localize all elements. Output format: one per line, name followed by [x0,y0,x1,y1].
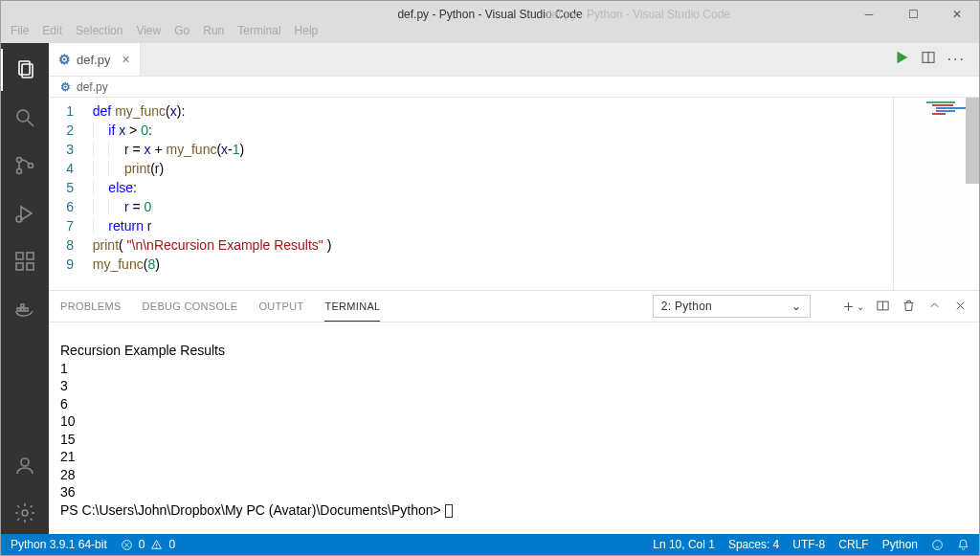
svg-rect-12 [27,263,33,270]
maximize-button[interactable]: ☐ [891,1,935,28]
breadcrumb[interactable]: ⚙ def.py [49,77,979,98]
code-line[interactable]: 9 my_func(8) [49,255,893,274]
terminal-output[interactable]: Recursion Example Results1361015212836PS… [49,322,979,534]
terminal-selector[interactable]: 2: Python ⌄ [653,295,811,318]
chevron-down-icon[interactable]: ⌄ [857,301,864,312]
status-feedback-icon[interactable] [931,539,944,551]
code-editor[interactable]: 1 def my_func(x):2 if x > 0:3 r = x + my… [49,98,893,290]
terminal-line: 28 [60,466,979,484]
window-title: def.py - Python - Visual Studio Code [1,8,979,21]
svg-point-6 [29,164,33,168]
status-cursor[interactable]: Ln 10, Col 1 [653,538,715,551]
svg-point-17 [21,458,29,466]
line-number: 6 [49,197,85,216]
close-panel-icon[interactable] [953,299,968,315]
minimap-slider[interactable] [966,98,979,184]
run-debug-icon[interactable] [1,192,49,234]
line-number: 2 [49,121,85,140]
python-icon: ⚙ [60,80,71,94]
menu-view[interactable]: View [136,24,161,37]
panel-tabs: PROBLEMS DEBUG CONSOLE OUTPUT TERMINAL 2… [49,291,979,322]
python-icon: ⚙ [58,52,71,67]
maximize-panel-icon[interactable] [927,299,942,315]
status-indent[interactable]: Spaces: 4 [728,538,779,551]
close-window-button[interactable]: ✕ [935,1,979,28]
source-control-icon[interactable] [1,145,49,187]
tab-def-py[interactable]: ⚙ def.py × [49,43,141,76]
menu-go[interactable]: Go [174,24,189,37]
run-file-icon[interactable] [894,50,909,69]
menu-terminal[interactable]: Terminal [237,24,280,37]
terminal-line: 36 [60,483,979,501]
svg-line-3 [28,121,33,126]
svg-rect-16 [21,304,24,307]
svg-rect-13 [17,308,20,311]
code-line[interactable]: 5 else: [49,178,893,197]
editor-actions: ··· [894,43,979,76]
terminal-line: 1 [60,360,979,378]
tab-label: def.py [77,53,110,67]
line-number: 3 [49,140,85,159]
terminal-prompt[interactable]: PS C:\Users\John\Dropbox\My PC (Avatar)\… [60,501,979,520]
menu-help[interactable]: Help [295,24,319,37]
menu-edit[interactable]: Edit [42,24,62,37]
terminal-selector-label: 2: Python [661,300,712,313]
chevron-down-icon: ⌄ [791,300,801,313]
svg-point-4 [17,158,22,163]
terminal-line: 6 [60,395,979,413]
code-line[interactable]: 6 r = 0 [49,197,893,216]
kill-terminal-icon[interactable] [902,299,916,315]
svg-rect-10 [27,253,33,259]
split-terminal-icon[interactable] [876,299,890,315]
status-problems[interactable]: 0 0 [121,538,175,551]
status-interpreter[interactable]: Python 3.9.1 64-bit [11,538,107,551]
svg-point-33 [933,540,943,549]
line-number: 8 [49,235,85,255]
terminal-line: 21 [60,448,979,466]
code-line[interactable]: 1 def my_func(x): [49,101,893,121]
code-line[interactable]: 8 print( "\n\nRecursion Example Results"… [49,235,893,255]
window-controls: ─ ☐ ✕ [847,1,979,28]
extensions-icon[interactable] [1,240,49,282]
panel-tab-debug-console[interactable]: DEBUG CONSOLE [143,291,238,322]
svg-point-2 [17,110,29,122]
panel-tab-terminal[interactable]: TERMINAL [324,291,380,322]
code-line[interactable]: 4 print(r) [49,159,893,178]
editor-group: ⚙ def.py × ··· ⚙ def.py [49,43,979,534]
line-number: 9 [49,255,85,274]
panel-tab-problems[interactable]: PROBLEMS [60,291,122,322]
status-language[interactable]: Python [882,538,918,551]
panel-tab-output[interactable]: OUTPUT [258,291,303,322]
accounts-icon[interactable] [1,444,49,486]
svg-rect-11 [16,263,23,270]
minimap-code-preview [926,101,965,121]
main-area: ⚙ def.py × ··· ⚙ def.py [1,43,979,534]
more-actions-icon[interactable]: ··· [947,51,966,68]
code-line[interactable]: 7 return r [49,216,893,235]
status-notifications-icon[interactable] [957,539,969,551]
minimap[interactable] [893,98,979,290]
svg-marker-19 [898,53,906,63]
svg-rect-15 [25,308,28,311]
svg-rect-1 [22,64,33,78]
settings-gear-icon[interactable] [1,492,49,534]
menu-run[interactable]: Run [203,24,224,37]
status-encoding[interactable]: UTF-8 [792,538,825,551]
search-icon[interactable] [1,97,49,139]
svg-rect-9 [16,253,23,259]
editor-area: 1 def my_func(x):2 if x > 0:3 r = x + my… [49,98,979,290]
code-line[interactable]: 2 if x > 0: [49,121,893,140]
close-tab-icon[interactable]: × [122,52,129,67]
line-number: 1 [49,101,85,121]
docker-icon[interactable] [1,288,49,330]
status-eol[interactable]: CRLF [838,538,868,551]
terminal-cursor [445,504,453,518]
menu-file[interactable]: File [11,24,29,37]
new-terminal-button[interactable]: ⌄ [841,300,864,314]
split-editor-icon[interactable] [921,50,936,69]
menu-selection[interactable]: Selection [76,24,122,37]
explorer-icon[interactable] [1,49,49,91]
line-number: 7 [49,216,85,235]
minimize-button[interactable]: ─ [847,1,891,28]
code-line[interactable]: 3 r = x + my_func(x-1) [49,140,893,159]
